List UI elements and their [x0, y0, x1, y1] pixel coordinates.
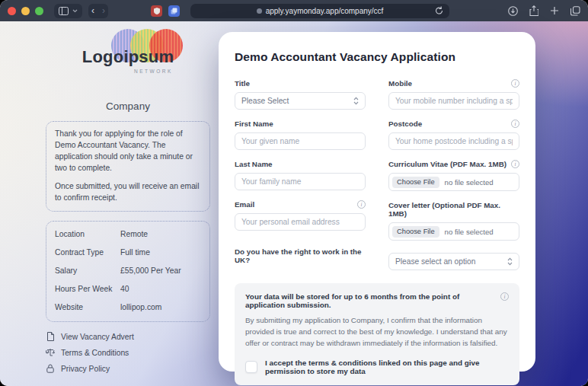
company-logo: Logoipsum NETWORK: [46, 26, 210, 96]
intro-paragraph: Once submitted, you will receive an emai…: [55, 181, 201, 204]
url-text: apply.yaymonday.app/company/ccf: [266, 7, 384, 15]
cover-choose-file-button[interactable]: Choose File: [392, 226, 439, 238]
close-window-button[interactable]: [8, 7, 16, 15]
intro-box: Thank you for applying for the role of D…: [46, 121, 210, 212]
sidebar-links: View Vacancy Advert Terms & Conditions P…: [46, 332, 210, 386]
info-icon[interactable]: i: [511, 79, 519, 88]
link-privacy-policy[interactable]: Privacy Policy: [46, 364, 210, 373]
last-name-label: Last Name: [235, 160, 273, 168]
consent-body: By submitting my application to Company,…: [245, 315, 509, 349]
site-lock-icon: [257, 8, 262, 14]
browser-window: ‹ › apply.yaymonday.app/company/ccf: [0, 0, 588, 386]
logo-wordmark: Logoipsum: [46, 47, 210, 67]
consent-panel: Your data will be stored for up to 6 mon…: [235, 283, 519, 385]
detail-row: Salary £55,000 Per Year: [55, 262, 201, 280]
mobile-input[interactable]: [388, 92, 519, 110]
email-input[interactable]: [235, 213, 366, 231]
mobile-label: Mobile: [388, 79, 412, 88]
address-bar[interactable]: apply.yaymonday.app/company/ccf: [190, 4, 449, 18]
right-to-work-select[interactable]: Please select an option: [388, 253, 519, 270]
application-card: Demo Accountant Vacancy Application Titl…: [219, 32, 535, 372]
detail-label: Website: [55, 302, 120, 314]
info-icon[interactable]: i: [511, 160, 519, 168]
shield-icon: [154, 8, 160, 14]
last-name-input[interactable]: [235, 173, 366, 190]
detail-value: £55,000 Per Year: [120, 266, 181, 277]
consent-heading: Your data will be stored for up to 6 mon…: [245, 292, 493, 309]
postcode-input[interactable]: [388, 132, 519, 150]
share-button-icon[interactable]: [529, 5, 538, 16]
cv-label: Curriculum Vitae (PDF Max. 1MB): [388, 160, 507, 168]
tab-overview-button-icon[interactable]: [570, 6, 580, 16]
page-background: Logoipsum NETWORK Company Thank you for …: [0, 21, 588, 386]
cv-choose-file-button[interactable]: Choose File: [392, 177, 439, 188]
info-icon[interactable]: i: [357, 200, 366, 209]
title-select[interactable]: Please Select: [235, 92, 366, 110]
info-icon[interactable]: i: [500, 292, 509, 301]
detail-label: Hours Per Week: [55, 284, 120, 295]
back-button[interactable]: ‹: [91, 6, 94, 15]
first-name-label: First Name: [235, 120, 273, 128]
vacancy-details-box: Location Remote Contract Type Full time …: [46, 221, 210, 323]
sidebar-toggle-button[interactable]: [54, 4, 82, 18]
cover-letter-label: Cover letter (Optional PDF Max. 1MB): [388, 201, 519, 218]
reload-button[interactable]: [435, 6, 443, 15]
right-to-work-question: Do you have the right to work in the UK?: [235, 247, 366, 264]
detail-row: Hours Per Week 40: [55, 280, 201, 298]
detail-row: Contract Type Full time: [55, 244, 201, 262]
detail-value: lollipop.com: [120, 302, 161, 314]
new-tab-button-icon[interactable]: [550, 6, 559, 15]
detail-label: Location: [55, 229, 120, 241]
extension-adblock-button[interactable]: [151, 5, 162, 17]
detail-value: Remote: [120, 229, 148, 241]
detail-row: Website lollipop.com: [55, 298, 201, 317]
window-controls: [8, 7, 43, 15]
extension-password-button[interactable]: [168, 5, 180, 17]
cv-file-input[interactable]: Choose File no file selected: [388, 173, 519, 191]
minimize-window-button[interactable]: [21, 7, 30, 15]
company-name: Company: [46, 100, 210, 112]
email-label: Email: [235, 200, 254, 209]
cover-file-status: no file selected: [445, 228, 494, 236]
select-stepper-icon: [507, 257, 513, 266]
first-name-input[interactable]: [235, 132, 366, 150]
form-title: Demo Accountant Vacancy Application: [235, 50, 519, 64]
toolbar-actions: [508, 5, 580, 16]
detail-label: Salary: [55, 266, 120, 277]
link-label: View Vacancy Advert: [61, 333, 134, 341]
intro-paragraph: Thank you for applying for the role of D…: [55, 129, 201, 174]
cover-letter-file-input[interactable]: Choose File no file selected: [388, 222, 519, 241]
accept-terms-checkbox[interactable]: [245, 361, 257, 373]
link-terms-conditions[interactable]: Terms & Conditions: [46, 348, 210, 357]
form-column-right: Mobile i Postcode i Curriculum Vitae (PD…: [388, 79, 519, 270]
logo-subtitle: NETWORK: [134, 69, 173, 74]
sidebar-icon: [59, 7, 69, 15]
link-view-vacancy-advert[interactable]: View Vacancy Advert: [46, 332, 210, 341]
copy-icon: [171, 8, 177, 14]
form-column-left: Title Please Select First Name Last Name…: [235, 79, 366, 270]
downloads-button-icon[interactable]: [508, 6, 518, 16]
link-label: Terms & Conditions: [61, 349, 129, 357]
browser-toolbar: ‹ › apply.yaymonday.app/company/ccf: [0, 0, 588, 21]
forward-button[interactable]: ›: [102, 6, 105, 15]
select-stepper-icon: [353, 97, 359, 105]
detail-value: 40: [120, 284, 129, 295]
cv-file-status: no file selected: [445, 178, 494, 187]
lock-icon: [46, 364, 55, 373]
rtw-select-value: Please select an option: [395, 257, 475, 266]
reload-icon: [435, 6, 443, 15]
scales-icon: [46, 348, 55, 357]
nav-buttons: ‹ ›: [88, 4, 108, 18]
document-icon: [46, 332, 55, 341]
postcode-label: Postcode: [388, 120, 422, 128]
title-select-value: Please Select: [241, 97, 289, 105]
chevron-down-icon: [72, 9, 78, 13]
link-label: Privacy Policy: [61, 365, 110, 373]
zoom-window-button[interactable]: [35, 7, 43, 15]
detail-row: Location Remote: [55, 226, 201, 244]
vacancy-sidebar: Logoipsum NETWORK Company Thank you for …: [46, 26, 210, 386]
detail-value: Full time: [120, 247, 150, 259]
accept-terms-label: I accept the terms & conditions linked o…: [265, 359, 509, 375]
title-label: Title: [235, 79, 250, 88]
info-icon[interactable]: i: [511, 120, 519, 128]
